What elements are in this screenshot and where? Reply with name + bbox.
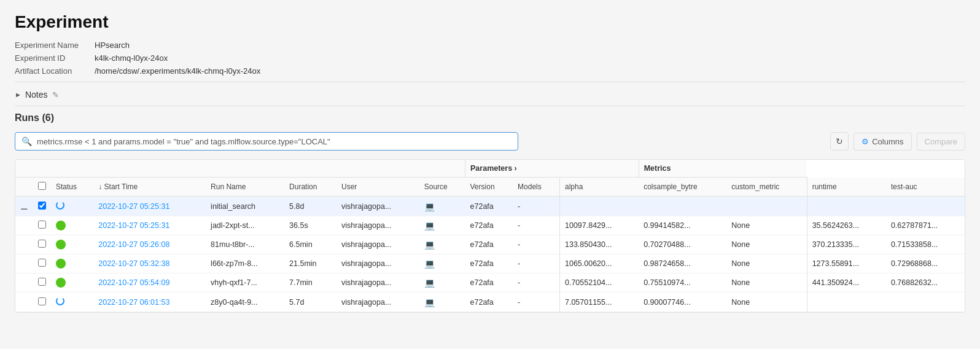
row-checkbox[interactable] [38,278,46,286]
artifact-location-value: /home/cdsw/.experiments/k4lk-chmq-l0yx-2… [95,66,260,76]
run-link[interactable]: 2022-10-27 05:32:38 [98,259,169,268]
divider-1 [15,82,965,82]
row-runtime: 35.5624263... [807,216,886,235]
col-expand [15,178,33,197]
row-user: vishrajagopa... [336,273,419,292]
row-runtime [807,292,886,312]
experiment-meta: Experiment Name HPsearch Experiment ID k… [15,41,965,76]
notes-row[interactable]: ► Notes ✎ [15,90,965,100]
row-start-time[interactable]: 2022-10-27 05:25:31 [93,197,206,216]
run-link[interactable]: 2022-10-27 06:01:53 [98,298,169,307]
compare-button[interactable]: Compare [917,133,965,151]
laptop-icon: 💻 [424,240,435,249]
status-success-icon [56,278,66,288]
group-header-row: Parameters › Metrics [15,160,965,178]
metrics-group-header: Metrics [639,160,807,178]
row-runtime: 1273.55891... [807,254,886,273]
row-checkbox-cell[interactable] [33,235,51,254]
row-version: e72afa [465,273,513,292]
row-checkbox[interactable] [38,240,46,248]
row-checkbox[interactable] [38,221,46,229]
row-status [51,254,93,273]
table-row: ⚊ 2022-10-27 05:25:31 initial_search 5.8… [15,197,965,216]
row-custom-metric: None [726,273,807,292]
row-colsample: 0.98724658... [639,254,726,273]
table-row: 2022-10-27 06:01:53 z8y0-qa4t-9... 5.7d … [15,292,965,312]
row-checkbox-cell[interactable] [33,197,51,216]
runs-table-wrap: Parameters › Metrics Status ↓ Start Time… [15,159,965,313]
row-version: e72afa [465,216,513,235]
col-custom-metric: custom_metric [726,178,807,197]
row-run-name: 81mu-t8br-... [206,235,284,254]
run-link[interactable]: 2022-10-27 05:25:31 [98,202,169,211]
row-checkbox[interactable] [38,259,46,267]
row-alpha: 1065.00620... [559,254,639,273]
row-start-time[interactable]: 2022-10-27 05:54:09 [93,273,206,292]
row-expand-cell [15,273,33,292]
col-user: User [336,178,419,197]
table-row: 2022-10-27 05:32:38 l66t-zp7m-8... 21.5m… [15,254,965,273]
row-test-auc [886,292,965,312]
row-checkbox-cell[interactable] [33,216,51,235]
row-start-time[interactable]: 2022-10-27 06:01:53 [93,292,206,312]
search-input[interactable] [37,137,511,146]
row-alpha [559,197,639,216]
row-test-auc: 0.71533858... [886,235,965,254]
page: Experiment Experiment Name HPsearch Expe… [0,0,980,349]
row-start-time[interactable]: 2022-10-27 05:32:38 [93,254,206,273]
table-row: 2022-10-27 05:26:08 81mu-t8br-... 6.5min… [15,235,965,254]
col-runtime: runtime [807,178,886,197]
col-test-auc: test-auc [886,178,965,197]
row-expand-cell[interactable]: ⚊ [15,197,33,216]
row-user: vishrajagopa... [336,235,419,254]
row-status [51,197,93,216]
columns-button-label: Columns [872,137,903,146]
row-start-time[interactable]: 2022-10-27 05:26:08 [93,235,206,254]
row-user: vishrajagopa... [336,197,419,216]
columns-button[interactable]: ⚙ Columns [854,133,911,151]
row-checkbox-cell[interactable] [33,273,51,292]
row-custom-metric [726,197,807,216]
refresh-button[interactable]: ↻ [830,132,849,151]
select-all-checkbox[interactable] [38,182,46,190]
chevron-right-icon: ► [15,91,21,98]
row-models: - [513,197,559,216]
status-success-icon [56,259,66,269]
table-row: 2022-10-27 05:25:31 jadl-2xpt-st... 36.5… [15,216,965,235]
row-checkbox[interactable] [38,202,46,210]
minus-icon[interactable]: ⚊ [20,202,28,211]
settings-icon: ⚙ [861,137,869,146]
row-checkbox-cell[interactable] [33,254,51,273]
row-expand-cell [15,254,33,273]
row-alpha: 0.70552104... [559,273,639,292]
row-source: 💻 [419,216,465,235]
run-link[interactable]: 2022-10-27 05:54:09 [98,278,169,287]
row-colsample: 0.90007746... [639,292,726,312]
row-status [51,292,93,312]
run-link[interactable]: 2022-10-27 05:25:31 [98,221,169,230]
row-user: vishrajagopa... [336,216,419,235]
run-link[interactable]: 2022-10-27 05:26:08 [98,240,169,249]
row-checkbox[interactable] [38,297,46,305]
experiment-name-row: Experiment Name HPsearch [15,41,965,50]
edit-icon[interactable]: ✎ [52,90,59,100]
row-source: 💻 [419,292,465,312]
row-custom-metric: None [726,216,807,235]
row-colsample [639,197,726,216]
row-test-auc: 0.76882632... [886,273,965,292]
row-expand-cell [15,216,33,235]
row-expand-cell [15,292,33,312]
col-status: Status [51,178,93,197]
row-duration: 5.7d [284,292,336,312]
row-start-time[interactable]: 2022-10-27 05:25:31 [93,216,206,235]
divider-2 [15,106,965,106]
row-run-name: l66t-zp7m-8... [206,254,284,273]
row-duration: 21.5min [284,254,336,273]
experiment-name-label: Experiment Name [15,41,95,50]
col-alpha: alpha [559,178,639,197]
row-custom-metric: None [726,235,807,254]
search-container[interactable]: 🔍 [15,132,518,151]
row-version: e72afa [465,235,513,254]
row-test-auc: 0.62787871... [886,216,965,235]
row-checkbox-cell[interactable] [33,292,51,312]
